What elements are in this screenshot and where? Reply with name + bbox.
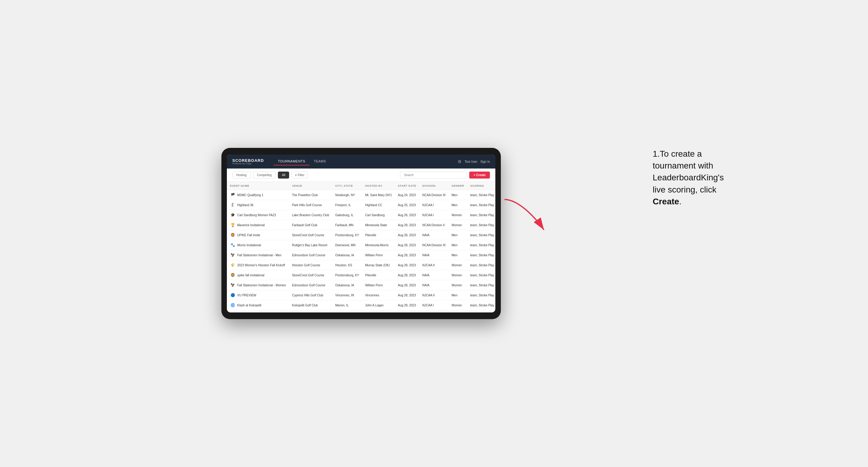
event-name-cell: 🔵 VU PREVIEW [227,290,289,300]
col-header-city: CITY, STATE [332,182,362,190]
event-gender: Men [448,200,467,210]
event-date: Aug 28, 2023 [395,240,420,250]
event-icon: 🏆 [230,222,236,228]
event-venue: Park Hills Golf Course [289,200,332,210]
event-venue: Faribault Golf Club [289,220,332,230]
annotation-block: 1.To create atournament withLeaderboardK… [653,148,750,207]
event-name-cell: 🏴 MSMC Qualifying 1 [227,190,289,200]
event-city: Oskaloosa, IA [332,250,362,260]
event-date: Aug 24, 2023 [395,190,420,200]
col-header-venue: VENUE [289,182,332,190]
event-name: 2023 Women's Hesston Fall Kickoff [237,263,285,267]
event-date: Aug 28, 2023 [395,220,420,230]
event-hosted-by: William Penn [362,250,395,260]
event-name-cell: 🏌 Highland 36 [227,200,289,210]
event-icon: 🎓 [230,212,236,218]
table-row: 🦅 Fall Statesmen Invitational - Men Edmu… [227,250,495,260]
annotation-line1: 1.To create atournament withLeaderboardK… [653,149,724,206]
event-division: NJCAA II [420,260,448,270]
event-hosted-by: Highland CC [362,200,395,210]
event-division: NJCAA I [420,200,448,210]
gear-icon[interactable]: ⚙ [458,159,462,164]
app-header: SCOREBOARD Powered by Clipp TOURNAMENTS … [227,155,495,168]
event-city: Freeport, IL [332,200,362,210]
nav-tabs: TOURNAMENTS TEAMS [274,158,331,165]
create-button[interactable]: + Create [469,172,490,179]
event-division: NAIA [420,230,448,240]
filter-icon-button[interactable]: ≡ Filter [291,172,308,179]
table-row: 🏴 MSMC Qualifying 1 The Powelton Club Ne… [227,190,495,200]
event-city: Marion, IL [332,300,362,310]
event-gender: Men [448,230,467,240]
toolbar: Hosting Competing All ≡ Filter + Create [227,168,495,182]
event-date: Aug 25, 2023 [395,200,420,210]
event-name: Fall Statesmen Invitational - Women [237,284,286,287]
event-venue: Hesston Golf Course [289,260,332,270]
search-input[interactable] [400,172,467,179]
event-gender: Women [448,270,467,280]
event-venue: StoneCrest Golf Course [289,270,332,280]
event-scoring: team, Stroke Play [467,290,495,300]
hosting-filter-button[interactable]: Hosting [232,172,251,179]
tab-tournaments[interactable]: TOURNAMENTS [274,158,309,165]
col-header-hosted: HOSTED BY [362,182,395,190]
event-city: Oskaloosa, IA [332,280,362,290]
signin-link[interactable]: Sign In [480,160,490,163]
event-name-cell: 🌀 Klash at Kokopelli [227,300,289,310]
event-date: Aug 28, 2023 [395,270,420,280]
event-hosted-by: William Penn [362,280,395,290]
event-division: NCAA Division II [420,220,448,230]
event-name: UPIKE Fall Invite [237,234,260,237]
event-date: Aug 28, 2023 [395,280,420,290]
event-venue: StoneCrest Golf Course [289,230,332,240]
event-city: Hesston, KS [332,260,362,270]
annotation-cta: Create [653,197,679,206]
all-filter-button[interactable]: All [278,172,289,179]
event-gender: Women [448,280,467,290]
tab-teams[interactable]: TEAMS [309,158,330,165]
tablet-screen: SCOREBOARD Powered by Clipp TOURNAMENTS … [227,155,495,312]
event-scoring: team, Stroke Play [467,240,495,250]
event-division: NJCAA I [420,210,448,220]
event-hosted-by: Minnesota State [362,220,395,230]
event-city: Vincennes, IN [332,290,362,300]
event-date: Aug 28, 2023 [395,260,420,270]
event-venue: The Powelton Club [289,190,332,200]
event-hosted-by: Minnesota-Morris [362,240,395,250]
event-name-cell: 🌾 2023 Women's Hesston Fall Kickoff [227,260,289,270]
event-division: NAIA [420,280,448,290]
event-city: Prestonsburg, KY [332,270,362,280]
event-icon: 🌀 [230,303,236,308]
col-header-scoring: SCORING [467,182,495,190]
event-venue: Ruttger's Bay Lake Resort [289,240,332,250]
col-header-event: EVENT NAME [227,182,289,190]
table-row: 🎓 Carl Sandburg Women FA23 Lake Bracken … [227,210,495,220]
event-venue: Cypress Hills Golf Club [289,290,332,300]
event-city: Deerwood, MN [332,240,362,250]
event-division: NAIA [420,250,448,260]
page-wrapper: SCOREBOARD Powered by Clipp TOURNAMENTS … [221,148,647,319]
event-gender: Men [448,190,467,200]
event-city: Galesburg, IL [332,210,362,220]
event-venue: Kokopelli Golf Club [289,300,332,310]
event-name: Morris Invitational [237,244,261,247]
col-header-division: DIVISION [420,182,448,190]
event-scoring: team, Stroke Play [467,270,495,280]
event-scoring: team, Stroke Play [467,280,495,290]
event-scoring: team, Stroke Play [467,200,495,210]
table-header-row: EVENT NAME VENUE CITY, STATE HOSTED BY S… [227,182,495,190]
competing-filter-button[interactable]: Competing [253,172,276,179]
event-scoring: team, Stroke Play [467,300,495,310]
event-city: Faribault, MN [332,220,362,230]
event-name-cell: 🏆 Maverick Invitational [227,220,289,230]
table-row: 🦁 upike fall invitational StoneCrest Gol… [227,270,495,280]
header-user: Test User [465,160,477,163]
event-name-cell: 🦁 upike fall invitational [227,270,289,280]
event-scoring: team, Stroke Play [467,190,495,200]
logo-title: SCOREBOARD [232,158,264,162]
table-row: 🦅 Fall Statesmen Invitational - Women Ed… [227,280,495,290]
event-division: NCAA Division III [420,190,448,200]
event-name: VU PREVIEW [237,293,256,297]
event-hosted-by: Pikeville [362,270,395,280]
event-division: NCAA Division III [420,240,448,250]
